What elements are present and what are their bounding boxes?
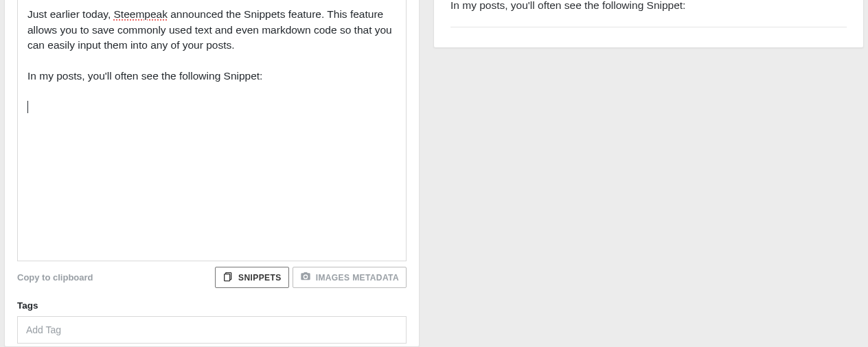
toolbar-buttons: SNIPPETS IMAGES METADATA bbox=[215, 267, 407, 288]
button-label: SNIPPETS bbox=[238, 273, 282, 283]
spellcheck-word: Steempeak bbox=[114, 8, 168, 20]
editor-toolbar: Copy to clipboard SNIPPETS IMAGES METAD bbox=[17, 261, 407, 300]
editor-panel: [Partiko](https://partiko.app/referral/k… bbox=[4, 0, 420, 347]
images-metadata-button[interactable]: IMAGES METADATA bbox=[293, 267, 407, 288]
camera-icon bbox=[300, 271, 311, 284]
snippets-button[interactable]: SNIPPETS bbox=[215, 267, 289, 288]
preview-line: In my posts, you'll often see the follow… bbox=[450, 0, 847, 27]
copy-to-clipboard-link[interactable]: Copy to clipboard bbox=[17, 272, 93, 283]
tag-input[interactable] bbox=[26, 324, 398, 335]
tags-section: Tags bbox=[17, 300, 407, 344]
svg-rect-1 bbox=[225, 274, 230, 281]
text: Just earlier today, bbox=[27, 8, 114, 20]
tag-input-container bbox=[17, 316, 407, 344]
editor-cursor-line bbox=[27, 99, 396, 114]
tags-label: Tags bbox=[17, 300, 407, 311]
preview-panel: In my posts, you'll often see the follow… bbox=[433, 0, 864, 48]
post-editor[interactable]: [Partiko](https://partiko.app/referral/k… bbox=[17, 0, 407, 261]
button-label: IMAGES METADATA bbox=[316, 273, 399, 283]
editor-paragraph: In my posts, you'll often see the follow… bbox=[27, 69, 396, 84]
text-cursor bbox=[27, 101, 28, 113]
clipboard-icon bbox=[222, 271, 233, 284]
editor-paragraph: Just earlier today, Steempeak announced … bbox=[27, 7, 396, 53]
